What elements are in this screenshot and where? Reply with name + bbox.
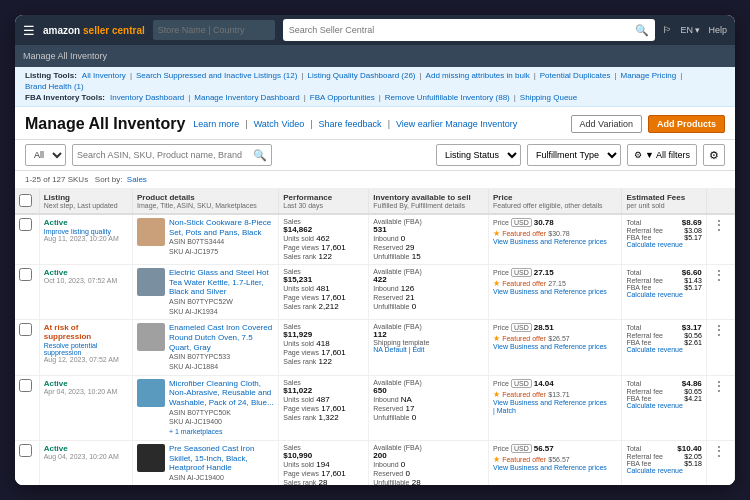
more-actions-button[interactable]: ⋮	[711, 268, 727, 282]
view-earlier-link[interactable]: View earlier Manage Inventory	[396, 119, 517, 129]
inventory-column-header: Inventory available to sell Fulfilled By…	[369, 189, 489, 214]
row-checkbox-cell[interactable]	[15, 214, 39, 265]
row-checkbox[interactable]	[19, 379, 32, 392]
row-checkbox[interactable]	[19, 323, 32, 336]
listing-sub-status[interactable]: Resolve potential suppression	[44, 342, 128, 356]
view-business-link[interactable]: View Business and Reference prices	[493, 464, 617, 471]
fees-calculate-link[interactable]: Calculate revenue	[626, 402, 701, 409]
share-feedback-link[interactable]: Share feedback	[319, 119, 382, 129]
product-search-input[interactable]	[77, 150, 250, 160]
row-checkbox[interactable]	[19, 268, 32, 281]
fulfillment-type-select[interactable]: Fulfillment Type	[527, 144, 621, 166]
add-products-button[interactable]: Add Products	[648, 115, 725, 133]
more-actions-button[interactable]: ⋮	[711, 379, 727, 393]
product-info: Electric Glass and Steel Hot Tea Water K…	[169, 268, 274, 316]
all-filter-select[interactable]: All	[25, 144, 66, 166]
match-link[interactable]: | Match	[493, 407, 516, 414]
flag-icon[interactable]: 🏳	[663, 25, 672, 35]
watch-video-link[interactable]: Watch Video	[254, 119, 305, 129]
more-actions-cell[interactable]: ⋮	[706, 375, 734, 440]
perf-label: Sales	[283, 218, 364, 225]
help-link[interactable]: Help	[708, 25, 727, 35]
featured-offer-text[interactable]: Featured offer	[502, 391, 546, 398]
featured-offer-text[interactable]: Featured offer	[502, 456, 546, 463]
fees-calculate-link[interactable]: Calculate revenue	[626, 467, 701, 474]
product-name[interactable]: Enameled Cast Iron Covered Round Dutch O…	[169, 323, 274, 352]
fees-fba-label: FBA fee	[626, 284, 651, 291]
featured-offer-text[interactable]: Featured offer	[502, 230, 546, 237]
add-variation-button[interactable]: Add Variation	[571, 115, 642, 133]
inv-detail[interactable]: NA Default | Edit	[373, 346, 484, 353]
fees-calculate-link[interactable]: Calculate revenue	[626, 241, 701, 248]
add-missing-link[interactable]: Add missing attributes in bulk	[426, 71, 530, 80]
brand-health-link[interactable]: Brand Health (1)	[25, 82, 84, 91]
more-actions-button[interactable]: ⋮	[711, 218, 727, 232]
more-actions-button[interactable]: ⋮	[711, 323, 727, 337]
product-name[interactable]: Pre Seasoned Cast Iron Skillet, 15-Inch,…	[169, 444, 274, 473]
listing-status-select[interactable]: Listing Status	[436, 144, 521, 166]
select-all-checkbox[interactable]	[19, 194, 32, 207]
product-name[interactable]: Microfiber Cleaning Cloth, Non-Abrasive,…	[169, 379, 274, 408]
row-checkbox-cell[interactable]	[15, 320, 39, 375]
search-icon[interactable]: 🔍	[635, 24, 649, 37]
featured-offer-text[interactable]: Featured offer	[502, 280, 546, 287]
search-suppressed-link[interactable]: Search Suppressed and Inactive Listings …	[136, 71, 297, 80]
settings-button[interactable]: ⚙	[703, 144, 725, 166]
view-business-link[interactable]: View Business and Reference prices	[493, 343, 617, 350]
fees-fba-value: $5.17	[684, 284, 702, 291]
more-actions-button[interactable]: ⋮	[711, 444, 727, 458]
product-extra[interactable]: + 1 marketplaces	[169, 427, 274, 437]
sort-value[interactable]: Sales	[127, 175, 147, 184]
more-actions-cell[interactable]: ⋮	[706, 440, 734, 485]
all-filters-button[interactable]: ⚙ ▼ All filters	[627, 144, 697, 166]
fees-referral-value: $3.08	[684, 227, 702, 234]
featured-offer-area: ★ Featured offer $56.57	[493, 455, 617, 464]
view-business-link[interactable]: View Business and Reference prices	[493, 399, 617, 406]
row-checkbox[interactable]	[19, 218, 32, 231]
listing-sub-status[interactable]: Improve listing quality	[44, 228, 128, 235]
fees-total-row: Total $10.40	[626, 444, 701, 453]
inventory-dashboard-link[interactable]: Inventory Dashboard	[110, 93, 184, 102]
view-business-link[interactable]: View Business and Reference prices	[493, 288, 617, 295]
manage-inventory-dashboard-link[interactable]: Manage Inventory Dashboard	[194, 93, 299, 102]
listing-cell: Active Apr 04, 2023, 10:20 AM	[39, 375, 132, 440]
more-actions-cell[interactable]: ⋮	[706, 265, 734, 320]
fees-referral-label: Referral fee	[626, 332, 663, 339]
row-checkbox[interactable]	[19, 444, 32, 457]
fees-referral-value: $0.56	[684, 332, 702, 339]
table-header-row: Listing Next step, Last updated Product …	[15, 189, 735, 214]
more-actions-cell[interactable]: ⋮	[706, 320, 734, 375]
language-selector[interactable]: EN ▾	[680, 25, 700, 35]
manage-all-inventory-nav[interactable]: Manage All Inventory	[23, 51, 107, 61]
search-input[interactable]	[289, 25, 632, 35]
fees-fba-label: FBA fee	[626, 234, 651, 241]
search-bar: 🔍	[283, 19, 656, 41]
remove-unfulfillable-link[interactable]: Remove Unfulfillable Inventory (88)	[385, 93, 510, 102]
fees-calculate-link[interactable]: Calculate revenue	[626, 346, 701, 353]
row-checkbox-cell[interactable]	[15, 440, 39, 485]
product-sku: SKU AI-JC1884	[169, 362, 274, 372]
all-inventory-link[interactable]: All Inventory	[82, 71, 126, 80]
view-business-link[interactable]: View Business and Reference prices	[493, 238, 617, 245]
inv-inbound: Inbound NA	[373, 395, 484, 404]
fba-opportunities-link[interactable]: FBA Opportunities	[310, 93, 375, 102]
manage-pricing-link[interactable]: Manage Pricing	[621, 71, 677, 80]
featured-offer-text[interactable]: Featured offer	[502, 335, 546, 342]
product-name[interactable]: Electric Glass and Steel Hot Tea Water K…	[169, 268, 274, 297]
select-all-checkbox-header[interactable]	[15, 189, 39, 214]
row-checkbox-cell[interactable]	[15, 265, 39, 320]
potential-duplicates-link[interactable]: Potential Duplicates	[540, 71, 611, 80]
fees-calculate-link[interactable]: Calculate revenue	[626, 291, 701, 298]
featured-star-icon: ★	[493, 390, 500, 399]
row-checkbox-cell[interactable]	[15, 375, 39, 440]
listing-quality-link[interactable]: Listing Quality Dashboard (26)	[307, 71, 415, 80]
fees-cell: Total $8.69 Referral fee $3.08 FBA fee $…	[622, 214, 706, 265]
shipping-queue-link[interactable]: Shipping Queue	[520, 93, 577, 102]
hamburger-icon[interactable]: ☰	[23, 23, 35, 38]
store-selector[interactable]	[153, 20, 275, 40]
listing-column-header: Listing Next step, Last updated	[39, 189, 132, 214]
learn-more-link[interactable]: Learn more	[193, 119, 239, 129]
more-actions-cell[interactable]: ⋮	[706, 214, 734, 265]
product-name[interactable]: Non-Stick Cookware 8-Piece Set, Pots and…	[169, 218, 274, 237]
perf-salesrank: Sales rank 122	[283, 252, 364, 261]
